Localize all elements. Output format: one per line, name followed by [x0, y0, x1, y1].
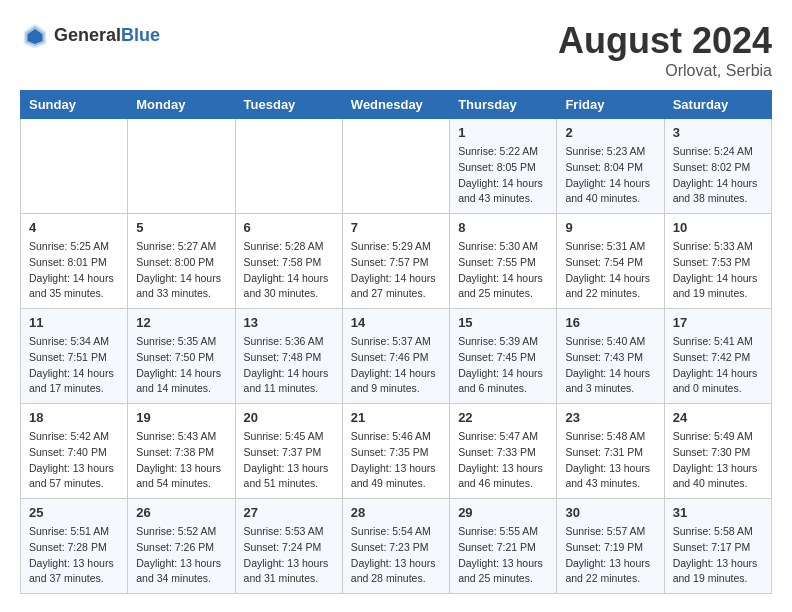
logo-text: GeneralBlue — [54, 25, 160, 46]
day-number: 24 — [673, 410, 763, 425]
day-number: 2 — [565, 125, 655, 140]
day-info: Sunrise: 5:39 AM Sunset: 7:45 PM Dayligh… — [458, 334, 548, 397]
day-info: Sunrise: 5:47 AM Sunset: 7:33 PM Dayligh… — [458, 429, 548, 492]
day-number: 9 — [565, 220, 655, 235]
day-cell: 1Sunrise: 5:22 AM Sunset: 8:05 PM Daylig… — [450, 119, 557, 214]
day-cell: 9Sunrise: 5:31 AM Sunset: 7:54 PM Daylig… — [557, 214, 664, 309]
day-cell: 13Sunrise: 5:36 AM Sunset: 7:48 PM Dayli… — [235, 309, 342, 404]
logo: GeneralBlue — [20, 20, 160, 50]
day-cell: 20Sunrise: 5:45 AM Sunset: 7:37 PM Dayli… — [235, 404, 342, 499]
week-row-3: 11Sunrise: 5:34 AM Sunset: 7:51 PM Dayli… — [21, 309, 772, 404]
day-info: Sunrise: 5:42 AM Sunset: 7:40 PM Dayligh… — [29, 429, 119, 492]
day-cell: 6Sunrise: 5:28 AM Sunset: 7:58 PM Daylig… — [235, 214, 342, 309]
day-number: 27 — [244, 505, 334, 520]
day-cell: 19Sunrise: 5:43 AM Sunset: 7:38 PM Dayli… — [128, 404, 235, 499]
day-cell: 30Sunrise: 5:57 AM Sunset: 7:19 PM Dayli… — [557, 499, 664, 594]
day-cell — [128, 119, 235, 214]
day-cell — [21, 119, 128, 214]
day-cell: 10Sunrise: 5:33 AM Sunset: 7:53 PM Dayli… — [664, 214, 771, 309]
day-cell: 25Sunrise: 5:51 AM Sunset: 7:28 PM Dayli… — [21, 499, 128, 594]
day-info: Sunrise: 5:55 AM Sunset: 7:21 PM Dayligh… — [458, 524, 548, 587]
day-info: Sunrise: 5:22 AM Sunset: 8:05 PM Dayligh… — [458, 144, 548, 207]
day-cell: 18Sunrise: 5:42 AM Sunset: 7:40 PM Dayli… — [21, 404, 128, 499]
day-info: Sunrise: 5:33 AM Sunset: 7:53 PM Dayligh… — [673, 239, 763, 302]
day-cell: 16Sunrise: 5:40 AM Sunset: 7:43 PM Dayli… — [557, 309, 664, 404]
day-number: 29 — [458, 505, 548, 520]
day-number: 28 — [351, 505, 441, 520]
day-info: Sunrise: 5:53 AM Sunset: 7:24 PM Dayligh… — [244, 524, 334, 587]
day-number: 26 — [136, 505, 226, 520]
day-number: 13 — [244, 315, 334, 330]
day-info: Sunrise: 5:46 AM Sunset: 7:35 PM Dayligh… — [351, 429, 441, 492]
day-cell: 3Sunrise: 5:24 AM Sunset: 8:02 PM Daylig… — [664, 119, 771, 214]
day-cell: 2Sunrise: 5:23 AM Sunset: 8:04 PM Daylig… — [557, 119, 664, 214]
day-cell: 26Sunrise: 5:52 AM Sunset: 7:26 PM Dayli… — [128, 499, 235, 594]
day-number: 8 — [458, 220, 548, 235]
day-cell: 5Sunrise: 5:27 AM Sunset: 8:00 PM Daylig… — [128, 214, 235, 309]
day-info: Sunrise: 5:31 AM Sunset: 7:54 PM Dayligh… — [565, 239, 655, 302]
day-info: Sunrise: 5:57 AM Sunset: 7:19 PM Dayligh… — [565, 524, 655, 587]
week-row-5: 25Sunrise: 5:51 AM Sunset: 7:28 PM Dayli… — [21, 499, 772, 594]
day-number: 21 — [351, 410, 441, 425]
day-info: Sunrise: 5:34 AM Sunset: 7:51 PM Dayligh… — [29, 334, 119, 397]
day-info: Sunrise: 5:49 AM Sunset: 7:30 PM Dayligh… — [673, 429, 763, 492]
day-number: 25 — [29, 505, 119, 520]
day-header-thursday: Thursday — [450, 91, 557, 119]
day-cell: 29Sunrise: 5:55 AM Sunset: 7:21 PM Dayli… — [450, 499, 557, 594]
day-cell: 17Sunrise: 5:41 AM Sunset: 7:42 PM Dayli… — [664, 309, 771, 404]
day-number: 7 — [351, 220, 441, 235]
day-number: 18 — [29, 410, 119, 425]
day-info: Sunrise: 5:25 AM Sunset: 8:01 PM Dayligh… — [29, 239, 119, 302]
day-cell: 23Sunrise: 5:48 AM Sunset: 7:31 PM Dayli… — [557, 404, 664, 499]
day-header-tuesday: Tuesday — [235, 91, 342, 119]
day-info: Sunrise: 5:29 AM Sunset: 7:57 PM Dayligh… — [351, 239, 441, 302]
day-number: 3 — [673, 125, 763, 140]
day-cell: 31Sunrise: 5:58 AM Sunset: 7:17 PM Dayli… — [664, 499, 771, 594]
logo-icon — [20, 20, 50, 50]
day-cell: 8Sunrise: 5:30 AM Sunset: 7:55 PM Daylig… — [450, 214, 557, 309]
week-row-4: 18Sunrise: 5:42 AM Sunset: 7:40 PM Dayli… — [21, 404, 772, 499]
day-cell: 12Sunrise: 5:35 AM Sunset: 7:50 PM Dayli… — [128, 309, 235, 404]
day-header-wednesday: Wednesday — [342, 91, 449, 119]
header-row: SundayMondayTuesdayWednesdayThursdayFrid… — [21, 91, 772, 119]
location: Orlovat, Serbia — [558, 62, 772, 80]
day-cell: 15Sunrise: 5:39 AM Sunset: 7:45 PM Dayli… — [450, 309, 557, 404]
month-year: August 2024 — [558, 20, 772, 62]
day-info: Sunrise: 5:27 AM Sunset: 8:00 PM Dayligh… — [136, 239, 226, 302]
day-cell: 4Sunrise: 5:25 AM Sunset: 8:01 PM Daylig… — [21, 214, 128, 309]
day-number: 23 — [565, 410, 655, 425]
day-info: Sunrise: 5:41 AM Sunset: 7:42 PM Dayligh… — [673, 334, 763, 397]
day-header-monday: Monday — [128, 91, 235, 119]
day-cell — [235, 119, 342, 214]
day-cell: 27Sunrise: 5:53 AM Sunset: 7:24 PM Dayli… — [235, 499, 342, 594]
day-header-sunday: Sunday — [21, 91, 128, 119]
day-cell: 24Sunrise: 5:49 AM Sunset: 7:30 PM Dayli… — [664, 404, 771, 499]
day-cell: 21Sunrise: 5:46 AM Sunset: 7:35 PM Dayli… — [342, 404, 449, 499]
day-number: 15 — [458, 315, 548, 330]
day-info: Sunrise: 5:37 AM Sunset: 7:46 PM Dayligh… — [351, 334, 441, 397]
day-cell: 14Sunrise: 5:37 AM Sunset: 7:46 PM Dayli… — [342, 309, 449, 404]
day-info: Sunrise: 5:24 AM Sunset: 8:02 PM Dayligh… — [673, 144, 763, 207]
week-row-2: 4Sunrise: 5:25 AM Sunset: 8:01 PM Daylig… — [21, 214, 772, 309]
day-number: 12 — [136, 315, 226, 330]
day-info: Sunrise: 5:40 AM Sunset: 7:43 PM Dayligh… — [565, 334, 655, 397]
day-info: Sunrise: 5:30 AM Sunset: 7:55 PM Dayligh… — [458, 239, 548, 302]
day-number: 19 — [136, 410, 226, 425]
day-info: Sunrise: 5:28 AM Sunset: 7:58 PM Dayligh… — [244, 239, 334, 302]
day-cell: 7Sunrise: 5:29 AM Sunset: 7:57 PM Daylig… — [342, 214, 449, 309]
day-header-saturday: Saturday — [664, 91, 771, 119]
day-header-friday: Friday — [557, 91, 664, 119]
day-number: 31 — [673, 505, 763, 520]
day-info: Sunrise: 5:52 AM Sunset: 7:26 PM Dayligh… — [136, 524, 226, 587]
day-cell: 28Sunrise: 5:54 AM Sunset: 7:23 PM Dayli… — [342, 499, 449, 594]
calendar-table: SundayMondayTuesdayWednesdayThursdayFrid… — [20, 90, 772, 594]
day-number: 16 — [565, 315, 655, 330]
day-number: 1 — [458, 125, 548, 140]
day-number: 5 — [136, 220, 226, 235]
day-number: 20 — [244, 410, 334, 425]
day-info: Sunrise: 5:36 AM Sunset: 7:48 PM Dayligh… — [244, 334, 334, 397]
day-number: 10 — [673, 220, 763, 235]
day-number: 30 — [565, 505, 655, 520]
day-number: 4 — [29, 220, 119, 235]
day-info: Sunrise: 5:23 AM Sunset: 8:04 PM Dayligh… — [565, 144, 655, 207]
